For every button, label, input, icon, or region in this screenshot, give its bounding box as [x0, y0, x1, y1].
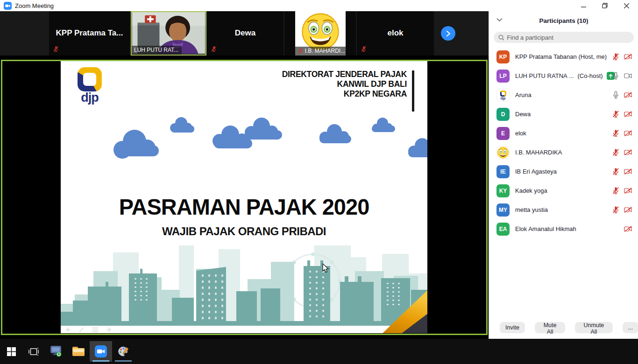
avatar-emoji [496, 146, 510, 159]
mic-on-icon[interactable] [612, 72, 620, 80]
mic-muted-icon[interactable] [612, 206, 620, 214]
previous-slide-icon[interactable] [64, 327, 72, 333]
avatar-image: I.B. MAHARDI... [295, 11, 346, 56]
chevron-down-icon[interactable] [496, 18, 503, 22]
avatar: EA [496, 223, 510, 236]
djp-logo: djp [71, 67, 108, 104]
magnifier-icon [498, 35, 504, 41]
invite-button[interactable]: Invite [500, 322, 525, 333]
video-tile-mahardika[interactable]: I.B. MAHARDI... [284, 11, 356, 56]
participant-name: IB Eri Agasteya [515, 168, 557, 175]
mic-muted-icon[interactable] [612, 148, 620, 156]
video-off-icon[interactable] [624, 206, 632, 214]
slide-subtitle: WAJIB PAJAK ORANG PRIBADI [61, 225, 427, 238]
restore-button[interactable] [594, 0, 616, 11]
windows-taskbar: ENG 17.28 10/08/2020 1 [0, 339, 638, 364]
slide-list-icon[interactable] [92, 327, 99, 333]
tile-name-label: I.B. MAHARDI... [295, 47, 346, 56]
avatar: IE [496, 165, 510, 178]
paint-taskbar-button[interactable] [112, 341, 135, 362]
video-tile-dewa[interactable]: Dewa [207, 11, 284, 56]
djp-logo-mark-icon [78, 67, 102, 91]
presenter-controls [64, 327, 113, 333]
participant-row[interactable]: KY Kadek yoga [489, 181, 638, 200]
mic-muted-icon[interactable] [612, 129, 620, 137]
djp-logo-mark-icon [500, 91, 506, 97]
mic-muted-icon[interactable] [612, 168, 620, 175]
remote-desktop-app-button[interactable] [45, 341, 67, 362]
participants-header: Participants (10) [489, 16, 638, 26]
participant-row[interactable]: D Dewa [489, 105, 638, 124]
participant-role: (Co-host) [577, 72, 603, 79]
avatar: KP [496, 50, 510, 63]
smiley-emoji-icon [301, 12, 340, 51]
video-off-icon[interactable] [624, 168, 632, 175]
unmute-all-button[interactable]: Unmute All [575, 322, 612, 333]
video-off-icon[interactable] [624, 53, 632, 61]
start-button[interactable] [0, 341, 22, 362]
video-off-icon[interactable] [624, 187, 632, 195]
mic-on-icon[interactable] [612, 91, 620, 99]
participant-row[interactable]: E elok [489, 124, 638, 143]
video-off-icon[interactable] [624, 148, 632, 156]
participant-name: metta yustia [515, 206, 548, 213]
video-off-icon[interactable] [624, 129, 632, 137]
video-off-icon[interactable] [624, 110, 632, 118]
video-tile-elok[interactable]: elok [357, 11, 434, 56]
tile-name-label: LUH PUTU RAT... [132, 46, 182, 55]
participant-row[interactable]: EA Elok Amanatul Hikmah [489, 219, 638, 238]
org-line: KP2KP NEGARA [282, 89, 407, 99]
minimize-button[interactable] [573, 0, 594, 11]
org-line: DIREKTORAT JENDERAL PAJAK [282, 70, 407, 79]
windows-logo-icon [7, 347, 16, 356]
video-tile-kpp[interactable]: KPP Pratama Ta... [49, 11, 130, 56]
participant-row[interactable]: MY metta yustia [489, 200, 638, 219]
zoom-meeting-window: Zoom Meeting KPP Pratama Ta... LUH [0, 0, 638, 364]
video-on-icon[interactable] [624, 72, 632, 80]
smiley-emoji-icon [497, 147, 509, 159]
participant-row[interactable]: I.B. MAHARDIKA [489, 143, 638, 162]
presentation-slide: djp DIREKTORAT JENDERAL PAJAK KANWIL DJP… [61, 61, 427, 333]
mouse-cursor [322, 263, 329, 273]
running-app-indicator [115, 360, 132, 362]
tile-name: LUH PUTU RAT... [134, 47, 178, 53]
slide-title: PASRAMAN PAJAK 2020 [61, 193, 427, 220]
participant-search-box[interactable] [494, 32, 634, 43]
task-view-button[interactable] [22, 341, 45, 362]
zoom-app-icon [4, 2, 12, 10]
video-off-icon[interactable] [624, 91, 632, 99]
more-options-button[interactable]: ... [623, 322, 638, 333]
zoom-taskbar-button[interactable] [90, 341, 112, 362]
participant-row[interactable]: KP KPP Pratama Tabanan (Host, me) [489, 47, 638, 66]
remote-desktop-icon [50, 346, 62, 357]
file-explorer-button[interactable] [67, 341, 90, 362]
pen-tool-icon[interactable] [78, 327, 85, 333]
participant-row[interactable]: IE IB Eri Agasteya [489, 162, 638, 181]
zoom-camera-icon [95, 345, 107, 357]
tile-name: elok [357, 28, 434, 37]
tile-name: KPP Pratama Ta... [49, 28, 130, 37]
search-input[interactable] [507, 34, 629, 41]
mic-muted-icon[interactable] [612, 187, 620, 195]
participant-row[interactable]: LP LUH PUTU RATNA ... (Co-host) [489, 66, 638, 85]
muted-mic-icon [298, 48, 303, 54]
participant-row[interactable]: djp Aruna [489, 85, 638, 105]
participants-title: Participants (10) [489, 16, 638, 26]
next-participants-arrow-button[interactable] [441, 26, 455, 41]
avatar: KY [496, 184, 510, 197]
task-view-icon [28, 347, 39, 356]
video-off-icon[interactable] [624, 225, 632, 233]
organization-header: DIREKTORAT JENDERAL PAJAK KANWIL DJP BAL… [282, 70, 407, 99]
participant-name: I.B. MAHARDIKA [515, 149, 562, 156]
muted-mic-icon [53, 46, 59, 52]
close-button[interactable] [616, 0, 637, 11]
mute-all-button[interactable]: Mute All [535, 322, 565, 333]
next-slide-icon[interactable] [105, 327, 113, 333]
video-tile-luhputu-active-speaker[interactable]: LUH PUTU RAT... [131, 11, 206, 56]
participant-name: Kadek yoga [515, 187, 547, 194]
folder-icon [72, 347, 85, 356]
mic-muted-icon[interactable] [612, 110, 620, 118]
mic-muted-icon[interactable] [612, 53, 620, 61]
meeting-main-area: KPP Pratama Ta... LUH PUTU RAT... Dewa [0, 11, 489, 339]
participant-name: LUH PUTU RATNA ... [515, 72, 574, 79]
